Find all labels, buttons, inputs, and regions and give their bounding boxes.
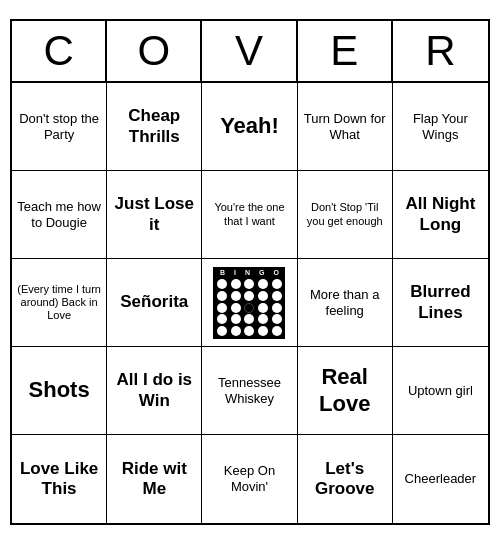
bingo-dot — [272, 303, 282, 313]
cell-r4c5: Uptown girl — [393, 347, 488, 435]
cell-r4c4: Real Love — [298, 347, 393, 435]
bingo-dot — [258, 291, 268, 301]
bingo-dot — [258, 326, 268, 336]
bingo-dot — [231, 314, 241, 324]
bingo-dot — [217, 303, 227, 313]
cell-r5c4: Let's Groove — [298, 435, 393, 523]
cell-r1c3: Yeah! — [202, 83, 297, 171]
bingo-dot — [272, 314, 282, 324]
bingo-dot — [272, 279, 282, 289]
bingo-dot — [217, 326, 227, 336]
cell-r1c5: Flap Your Wings — [393, 83, 488, 171]
bingo-dot — [244, 326, 254, 336]
cell-r5c1: Love Like This — [12, 435, 107, 523]
cell-r5c2: Ride wit Me — [107, 435, 202, 523]
bingo-dot — [244, 314, 254, 324]
cell-r2c3: You're the one that I want — [202, 171, 297, 259]
bingo-dot — [244, 279, 254, 289]
bingo-dot — [217, 291, 227, 301]
header-letter-e: E — [298, 21, 393, 81]
header-letter-v: V — [202, 21, 297, 81]
cell-r3c1: (Every time I turn around) Back in Love — [12, 259, 107, 347]
bingo-dot — [231, 279, 241, 289]
cell-r3c4: More than a feeling — [298, 259, 393, 347]
bingo-dot — [244, 291, 254, 301]
bingo-dot — [258, 303, 268, 313]
cell-r1c2: Cheap Thrills — [107, 83, 202, 171]
bingo-dot — [217, 279, 227, 289]
bingo-dot — [272, 326, 282, 336]
bingo-dot — [244, 303, 254, 313]
cell-r1c4: Turn Down for What — [298, 83, 393, 171]
header-letter-r: R — [393, 21, 488, 81]
bingo-card: COVER Don't stop the PartyCheap ThrillsY… — [10, 19, 490, 525]
cell-r2c1: Teach me how to Dougie — [12, 171, 107, 259]
cell-r5c5: Cheerleader — [393, 435, 488, 523]
cell-r5c3: Keep On Movin' — [202, 435, 297, 523]
bingo-grid: Don't stop the PartyCheap ThrillsYeah!Tu… — [12, 83, 488, 523]
cell-r4c3: Tennessee Whiskey — [202, 347, 297, 435]
cell-r2c4: Don't Stop 'Til you get enough — [298, 171, 393, 259]
cell-r4c2: All I do is Win — [107, 347, 202, 435]
header-letter-o: O — [107, 21, 202, 81]
cell-r2c2: Just Lose it — [107, 171, 202, 259]
bingo-dot — [258, 279, 268, 289]
free-space-bingo-board: BINGO — [213, 267, 285, 339]
cell-r3c3: BINGO — [202, 259, 297, 347]
bingo-dot — [231, 303, 241, 313]
bingo-dot — [217, 314, 227, 324]
bingo-dot — [272, 291, 282, 301]
cell-r1c1: Don't stop the Party — [12, 83, 107, 171]
cell-r2c5: All Night Long — [393, 171, 488, 259]
bingo-dot — [231, 326, 241, 336]
cell-r3c5: Blurred Lines — [393, 259, 488, 347]
bingo-dot — [258, 314, 268, 324]
cell-r4c1: Shots — [12, 347, 107, 435]
header-letter-c: C — [12, 21, 107, 81]
cell-r3c2: Señorita — [107, 259, 202, 347]
bingo-dot — [231, 291, 241, 301]
bingo-header: COVER — [12, 21, 488, 83]
